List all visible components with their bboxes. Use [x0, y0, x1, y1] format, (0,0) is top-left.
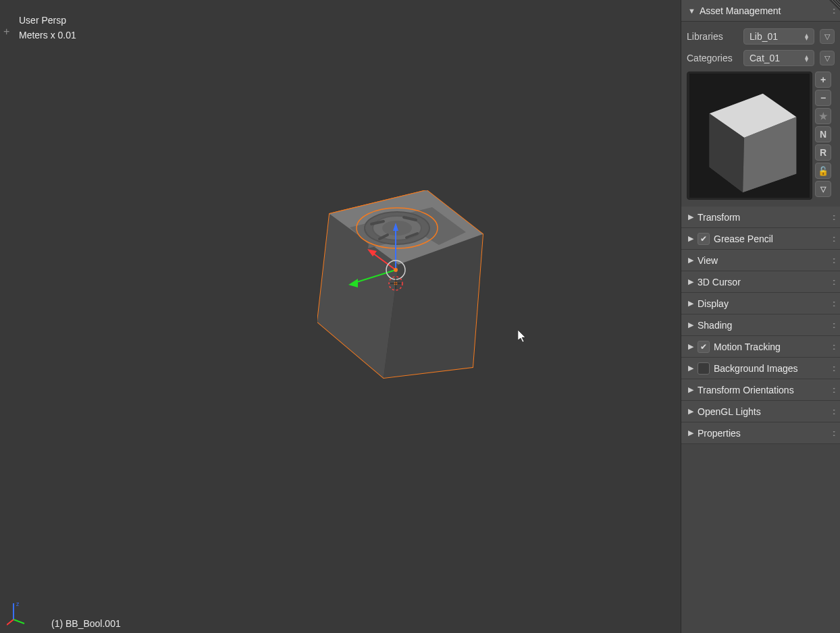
selected-cube-object[interactable]	[317, 190, 486, 383]
asset-management-panel-body: Libraries Lib_01 ▴▾ ▽ Categories Cat_01 …	[681, 22, 840, 207]
expand-arrow-icon: ▶	[688, 429, 693, 437]
panel-title: 3D Cursor	[698, 277, 829, 287]
panel-motion-tracking[interactable]: ▶✔Motion Tracking::::	[681, 336, 840, 358]
panel-title: Properties	[698, 428, 829, 439]
plus-icon[interactable]: +	[3, 26, 9, 38]
panel-opengl-lights[interactable]: ▶OpenGL Lights::::	[681, 401, 840, 422]
svg-line-22	[14, 620, 24, 624]
expand-arrow-icon: ▶	[688, 364, 693, 373]
panel-transform[interactable]: ▶Transform::::	[681, 207, 840, 228]
asset-n-button[interactable]: N	[815, 126, 831, 142]
cursor-icon	[518, 330, 527, 343]
panel-title: Background Images	[714, 363, 829, 374]
panel-transform-orientations[interactable]: ▶Transform Orientations::::	[681, 379, 840, 401]
asset-lock-button[interactable]: 🔓	[815, 163, 831, 179]
panel-title: OpenGL Lights	[698, 406, 829, 417]
panel-view[interactable]: ▶View::::	[681, 250, 840, 271]
libraries-value: Lib_01	[750, 31, 778, 42]
svg-text:z: z	[16, 601, 20, 607]
expand-arrow-icon: ▶	[688, 213, 693, 221]
categories-value: Cat_01	[750, 53, 780, 63]
asset-add-button[interactable]: +	[815, 72, 831, 88]
panel-shading[interactable]: ▶Shading::::	[681, 314, 840, 336]
categories-dropdown[interactable]: Cat_01 ▴▾	[743, 50, 814, 66]
asset-more-button[interactable]: ▽	[815, 181, 831, 197]
libraries-expand-button[interactable]: ▽	[820, 29, 835, 44]
asset-r-button[interactable]: R	[815, 144, 831, 161]
libraries-label: Libraries	[687, 31, 738, 42]
panel-display[interactable]: ▶Display::::	[681, 293, 840, 314]
svg-point-15	[394, 268, 398, 272]
panel-title: Grease Pencil	[714, 233, 829, 244]
perspective-label: User Persp	[19, 15, 66, 26]
panel-checkbox[interactable]: ✔	[698, 233, 710, 245]
panel-background-images[interactable]: ▶Background Images::::	[681, 358, 840, 379]
expand-arrow-icon: ▶	[688, 277, 693, 286]
panel-title: Display	[698, 298, 829, 309]
corner-splitter-icon[interactable]	[829, 0, 840, 11]
object-label: (1) BB_Bool.001	[51, 618, 121, 629]
expand-arrow-icon: ▶	[688, 407, 693, 416]
panel-properties[interactable]: ▶Properties::::	[681, 422, 840, 444]
updown-icon: ▴▾	[805, 33, 808, 40]
collapse-arrow-icon: ▼	[688, 7, 695, 15]
expand-arrow-icon: ▶	[688, 342, 693, 351]
expand-arrow-icon: ▶	[688, 385, 693, 394]
categories-expand-button[interactable]: ▽	[820, 51, 835, 65]
panel-title: Shading	[698, 320, 829, 331]
panel-title: Transform	[698, 212, 829, 223]
panel-title: Motion Tracking	[714, 341, 829, 352]
asset-management-panel-header[interactable]: ▼ Asset Management ::::	[681, 0, 840, 22]
expand-arrow-icon: ▶	[688, 299, 693, 308]
panel-grease-pencil[interactable]: ▶✔Grease Pencil::::	[681, 228, 840, 250]
expand-arrow-icon: ▶	[688, 234, 693, 243]
asset-remove-button[interactable]: −	[815, 90, 831, 106]
svg-line-23	[7, 620, 14, 625]
properties-sidebar: ▼ Asset Management :::: Libraries Lib_01…	[681, 0, 840, 633]
asset-panel-title: Asset Management	[700, 5, 829, 16]
units-label: Meters x 0.01	[19, 30, 76, 40]
axis-widget: z	[7, 599, 27, 626]
expand-arrow-icon: ▶	[688, 256, 693, 265]
categories-label: Categories	[687, 53, 738, 63]
panel-checkbox[interactable]: ✔	[698, 341, 710, 353]
panel-checkbox[interactable]	[698, 362, 710, 375]
panel-title: View	[698, 255, 829, 266]
panel-3d-cursor[interactable]: ▶3D Cursor::::	[681, 271, 840, 293]
expand-arrow-icon: ▶	[688, 321, 693, 329]
asset-favorite-button[interactable]: ★	[815, 108, 831, 124]
panel-title: Transform Orientations	[698, 385, 829, 395]
libraries-dropdown[interactable]: Lib_01 ▴▾	[743, 28, 814, 45]
updown-icon: ▴▾	[805, 55, 808, 61]
3d-viewport[interactable]: User Persp Meters x 0.01 + (1) BB_Bool.0…	[0, 0, 681, 633]
asset-preview[interactable]	[687, 72, 812, 200]
